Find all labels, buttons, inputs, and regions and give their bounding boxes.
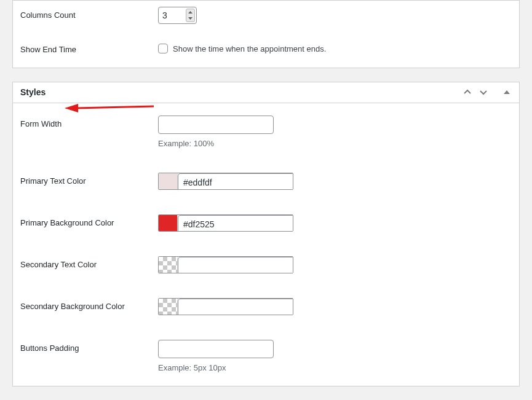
primary-background-color-swatch[interactable] bbox=[159, 215, 178, 231]
secondary-background-color-control bbox=[158, 298, 293, 315]
row-primary-text-color: Primary Text Color bbox=[20, 173, 512, 190]
primary-text-color-control bbox=[158, 173, 293, 190]
secondary-text-color-control bbox=[158, 256, 293, 273]
show-end-time-checkbox[interactable] bbox=[158, 44, 168, 53]
primary-text-color-label: Primary Text Color bbox=[20, 173, 158, 186]
row-secondary-text-color: Secondary Text Color bbox=[20, 256, 512, 273]
general-settings-panel: Columns Count Show End Time bbox=[12, 0, 520, 68]
primary-background-color-control bbox=[158, 214, 293, 232]
move-down-icon[interactable] bbox=[478, 87, 488, 97]
buttons-padding-input[interactable] bbox=[158, 340, 274, 358]
row-form-width: Form Width Example: 100% bbox=[20, 116, 512, 148]
form-width-hint: Example: 100% bbox=[158, 139, 512, 148]
styles-panel-header: Styles bbox=[13, 82, 519, 103]
columns-count-spinner[interactable] bbox=[186, 9, 195, 22]
buttons-padding-field: Example: 5px 10px bbox=[158, 340, 512, 372]
row-buttons-padding: Buttons Padding Example: 5px 10px bbox=[20, 340, 512, 372]
columns-count-label: Columns Count bbox=[20, 7, 158, 20]
row-primary-background-color: Primary Background Color bbox=[20, 214, 512, 232]
secondary-background-color-input[interactable] bbox=[178, 299, 293, 315]
primary-background-color-label: Primary Background Color bbox=[20, 214, 158, 227]
form-width-field: Example: 100% bbox=[158, 116, 512, 148]
styles-panel-controls bbox=[463, 87, 512, 97]
show-end-time-label: Show End Time bbox=[20, 41, 158, 54]
styles-panel-body: Form Width Example: 100% Primary Text Co… bbox=[13, 103, 519, 386]
secondary-background-color-field bbox=[158, 298, 512, 315]
primary-text-color-input[interactable] bbox=[178, 173, 293, 190]
show-end-time-checkbox-label: Show the time when the appointment ends. bbox=[173, 44, 326, 53]
primary-background-color-field bbox=[158, 214, 512, 232]
secondary-text-color-label: Secondary Text Color bbox=[20, 256, 158, 269]
primary-background-color-input[interactable] bbox=[178, 215, 293, 232]
buttons-padding-hint: Example: 5px 10px bbox=[158, 363, 512, 372]
secondary-background-color-swatch[interactable] bbox=[159, 299, 178, 315]
styles-panel-title: Styles bbox=[20, 87, 46, 97]
secondary-text-color-field bbox=[158, 256, 512, 273]
columns-count-stepper[interactable] bbox=[158, 7, 197, 24]
secondary-text-color-input[interactable] bbox=[178, 257, 293, 273]
columns-count-input[interactable] bbox=[159, 8, 183, 23]
row-secondary-background-color: Secondary Background Color bbox=[20, 298, 512, 315]
primary-text-color-swatch[interactable] bbox=[159, 173, 178, 189]
row-columns-count: Columns Count bbox=[20, 7, 512, 24]
primary-text-color-field bbox=[158, 173, 512, 190]
collapse-icon[interactable] bbox=[502, 87, 512, 97]
styles-panel: Styles Form Width Example: 100% bbox=[12, 82, 520, 386]
spinner-down-icon[interactable] bbox=[186, 15, 194, 22]
columns-count-field bbox=[158, 7, 512, 24]
show-end-time-field: Show the time when the appointment ends. bbox=[158, 41, 512, 53]
form-width-input[interactable] bbox=[158, 116, 274, 134]
form-width-label: Form Width bbox=[20, 116, 158, 128]
secondary-text-color-swatch[interactable] bbox=[159, 257, 178, 273]
row-show-end-time: Show End Time Show the time when the app… bbox=[20, 41, 512, 54]
secondary-background-color-label: Secondary Background Color bbox=[20, 298, 158, 311]
buttons-padding-label: Buttons Padding bbox=[20, 340, 158, 353]
move-up-icon[interactable] bbox=[463, 87, 472, 97]
spinner-up-icon[interactable] bbox=[186, 9, 194, 15]
